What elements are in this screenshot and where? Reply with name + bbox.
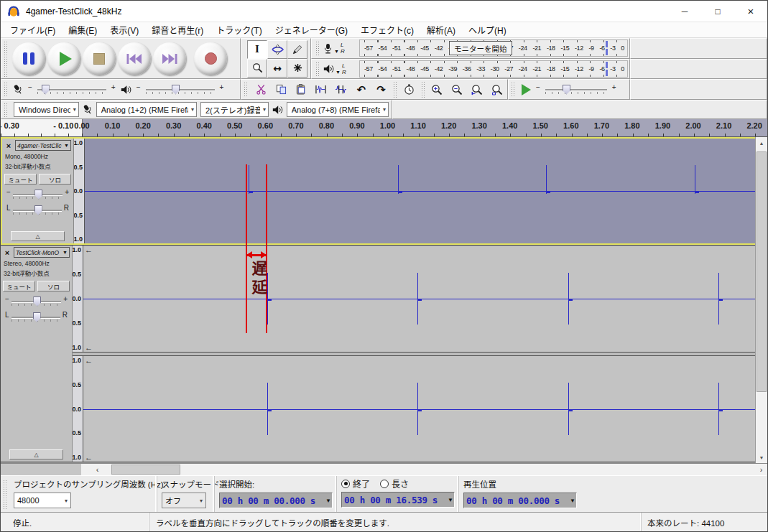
recording-channels-select[interactable]: 2(ステレオ)録音チ▾ — [200, 102, 269, 117]
gain-slider[interactable] — [13, 190, 63, 200]
audio-host-select[interactable]: Windows Direc▾ — [14, 102, 79, 117]
toolbar-grip[interactable] — [315, 61, 320, 78]
toolbar-grip[interactable] — [4, 102, 9, 117]
fit-project-button[interactable] — [488, 81, 506, 98]
play-button[interactable] — [47, 42, 80, 75]
zoom-tool-button[interactable] — [247, 59, 267, 78]
track-name-dropdown[interactable]: 4gamer-TestClic▼ — [15, 140, 71, 151]
meter-dropdown-icon[interactable]: ▼ — [336, 70, 341, 75]
zoom-out-button[interactable] — [448, 81, 466, 98]
waveform-stereo-right[interactable]: ← ← — [83, 356, 757, 462]
scroll-right-button[interactable]: › — [755, 464, 767, 475]
copy-button[interactable] — [272, 81, 290, 98]
recording-device-select[interactable]: Analog (1+2) (RME Fireface▾ — [96, 102, 197, 117]
track-name-dropdown[interactable]: TestClick-MonO▼ — [14, 247, 70, 258]
collapse-track-button[interactable]: △ — [11, 231, 65, 241]
menu-generate[interactable]: ジェネレーター(G) — [269, 22, 354, 37]
toolbar-grip[interactable] — [3, 479, 8, 509]
project-rate-select[interactable]: 48000▾ — [14, 493, 71, 508]
vertical-scale-ruler[interactable]: 1.00.50.0-0.5-1.0 — [73, 246, 83, 352]
selection-start-field[interactable]: 00 h 00 m 00.000 s▼ — [219, 493, 333, 508]
pause-button[interactable] — [12, 42, 45, 75]
mute-button[interactable]: ミュート — [3, 281, 35, 291]
playback-meter-bar[interactable]: -57-54-51-48-45-42-39-36-33-30-27-24-21-… — [359, 60, 628, 78]
menu-analyze[interactable]: 解析(A) — [420, 22, 462, 37]
undo-button[interactable]: ↶ — [352, 81, 370, 98]
vertical-scrollbar-thumb[interactable] — [757, 151, 767, 392]
horizontal-scrollbar-thumb[interactable] — [111, 465, 180, 475]
menu-tracks[interactable]: トラック(T) — [210, 22, 268, 37]
toolbar-grip[interactable] — [511, 81, 516, 98]
timeshift-tool-button[interactable]: ↔ — [267, 59, 287, 78]
close-button[interactable]: × — [734, 1, 767, 22]
track-close-button[interactable]: × — [3, 248, 11, 257]
scroll-left-button[interactable]: ‹ — [91, 464, 103, 475]
selection-tool-button[interactable]: I — [247, 40, 267, 59]
track-close-button[interactable]: × — [4, 141, 13, 150]
playback-volume-slider[interactable] — [146, 85, 215, 95]
horizontal-scrollbar[interactable]: ‹ › — [81, 464, 767, 475]
dropdown-icon[interactable]: ▼ — [570, 498, 575, 504]
dropdown-icon[interactable]: ▼ — [448, 497, 453, 503]
sync-lock-button[interactable] — [400, 81, 418, 98]
scroll-down-button[interactable]: ▼ — [756, 452, 767, 463]
multi-tool-button[interactable] — [287, 59, 307, 78]
scroll-up-button[interactable]: ▲ — [756, 137, 767, 149]
menu-file[interactable]: ファイル(F) — [4, 22, 62, 37]
skip-to-start-button[interactable] — [118, 42, 151, 75]
cut-button[interactable] — [252, 81, 270, 98]
record-button[interactable] — [194, 42, 227, 75]
gain-slider[interactable] — [11, 297, 61, 307]
menu-edit[interactable]: 編集(E) — [62, 22, 103, 37]
playback-position-field[interactable]: 00 h 00 m 00.000 s▼ — [463, 493, 577, 508]
timeline-ruler[interactable]: - 0.30- 0.100.000.100.200.300.400.500.60… — [1, 119, 767, 137]
menu-transport[interactable]: 録音と再生(r) — [145, 22, 210, 37]
vertical-scale-ruler[interactable]: 1.00.50.0-0.5-1.0 — [73, 356, 83, 462]
pan-slider[interactable] — [11, 312, 60, 322]
menu-effect[interactable]: エフェクト(c) — [354, 22, 420, 37]
waveform-stereo-left[interactable]: ← ← — [83, 246, 757, 352]
vertical-scrollbar[interactable]: ▲ ▼ — [755, 137, 767, 463]
silence-audio-button[interactable] — [332, 81, 350, 98]
toolbar-grip[interactable] — [4, 81, 9, 98]
mute-button[interactable]: ミュート — [4, 174, 37, 185]
track-mono[interactable]: × 4gamer-TestClic▼ Mono, 48000Hz 32-bit浮… — [1, 137, 757, 245]
radio-length-icon[interactable] — [380, 480, 389, 488]
draw-tool-button[interactable] — [287, 40, 307, 59]
meter-dropdown-icon[interactable]: ▼ — [334, 49, 339, 54]
waveform-mono[interactable] — [85, 139, 755, 243]
redo-button[interactable]: ↷ — [372, 81, 390, 98]
trim-audio-button[interactable] — [312, 81, 330, 98]
maximize-button[interactable]: □ — [701, 1, 734, 22]
radio-end-icon[interactable] — [341, 480, 350, 488]
toolbar-grip[interactable] — [315, 40, 320, 57]
solo-button[interactable]: ソロ — [39, 174, 71, 185]
recording-meter[interactable]: ▼ LR -57-54-51-48-45-42-39-36-33-30-27-2… — [311, 38, 630, 59]
snap-mode-select[interactable]: オフ▾ — [162, 493, 206, 508]
selection-end-field[interactable]: 00 h 00 m 16.539 s▼ — [341, 492, 455, 508]
envelope-tool-button[interactable] — [267, 40, 287, 59]
paste-button[interactable] — [292, 81, 310, 98]
minimize-button[interactable]: ─ — [668, 1, 701, 22]
collapse-track-button[interactable]: △ — [9, 449, 63, 459]
dropdown-icon[interactable]: ▼ — [325, 498, 331, 504]
toolbar-grip[interactable] — [244, 81, 249, 98]
track-stereo[interactable]: × TestClick-MonO▼ Stereo, 48000Hz 32-bit… — [1, 245, 757, 462]
playback-meter[interactable]: ▼ LR -57-54-51-48-45-42-39-36-33-30-27-2… — [311, 59, 630, 80]
playback-device-select[interactable]: Analog (7+8) (RME Fireface▾ — [287, 102, 389, 117]
menu-help[interactable]: ヘルプ(H) — [462, 22, 513, 37]
recording-meter-bar[interactable]: -57-54-51-48-45-42-39-36-33-30-27-24-21-… — [359, 39, 628, 57]
play-at-speed-button[interactable] — [522, 84, 531, 95]
radio-end[interactable]: 終了 — [341, 477, 370, 490]
recording-volume-slider[interactable] — [37, 85, 106, 95]
fit-selection-button[interactable] — [468, 81, 486, 98]
vertical-scale-ruler[interactable]: 1.00.50.0-0.5-1.0 — [74, 139, 85, 243]
radio-length[interactable]: 長さ — [380, 477, 409, 490]
solo-button[interactable]: ソロ — [37, 281, 70, 291]
skip-to-end-button[interactable] — [153, 42, 186, 75]
menu-view[interactable]: 表示(V) — [103, 22, 145, 37]
zoom-in-button[interactable] — [427, 81, 445, 98]
playback-speed-slider[interactable] — [545, 85, 607, 95]
toolbar-grip[interactable] — [4, 40, 9, 77]
stop-button[interactable] — [83, 42, 116, 75]
